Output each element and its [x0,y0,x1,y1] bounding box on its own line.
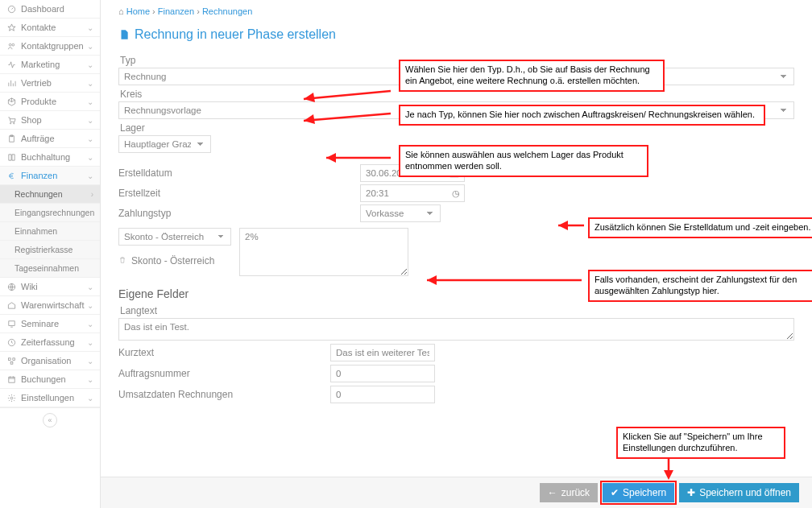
sidebar-label: Marketing [21,60,60,69]
kreis-label: Kreis [118,89,196,100]
trash-icon[interactable] [118,255,126,266]
cart-icon [6,115,16,125]
org-icon [6,356,16,366]
globe-icon [6,282,16,291]
sidebar-sub-rechnungen[interactable]: Rechnungen› [0,185,100,204]
svg-marker-20 [326,153,336,163]
annotation-zahlungstext: Falls vorhanden, erscheint der Zahlungst… [588,270,812,302]
sidebar-item-marketing[interactable]: Marketing⌄ [0,56,100,74]
sidebar-label: Registrierkasse [14,245,72,254]
chevron-down-icon: ⌄ [87,60,93,69]
dashboard-icon [6,4,16,14]
sidebar-label: Organisation [21,356,71,366]
sidebar-label: Kontakte [21,23,56,32]
annotation-zeit: Zusätzlich können Sie Erstelldatum und -… [588,217,812,238]
sidebar-item-warenwirtschaft[interactable]: Warenwirtschaft⌄ [0,296,100,315]
kurztext-label: Kurztext [118,347,324,358]
svg-point-14 [10,397,13,399]
sidebar-item-kontaktgruppen[interactable]: Kontaktgruppen⌄ [0,37,100,56]
sidebar-item-seminare[interactable]: Seminare⌄ [0,315,100,333]
zahlungstyp-select[interactable]: Vorkasse [360,204,441,222]
chevron-down-icon: ⌄ [87,338,93,347]
save-open-button[interactable]: ✚Speichern und öffnen [679,483,799,502]
sidebar-item-kontakte[interactable]: Kontakte⌄ [0,19,100,37]
breadcrumb-home[interactable]: Home [126,6,150,16]
chevron-down-icon: ⌄ [87,283,93,291]
sidebar-sub-einnahmen[interactable]: Einnahmen [0,222,100,241]
svg-rect-11 [12,357,14,360]
chevron-down-icon: ⌄ [87,153,93,162]
skonto-select[interactable]: Skonto - Österreich [118,228,231,246]
chevron-down-icon: ⌄ [87,171,93,180]
svg-rect-13 [8,377,14,382]
clock-icon: ◷ [452,188,460,198]
sidebar-item-buchungen[interactable]: Buchungen⌄ [0,370,100,389]
chevron-down-icon: ⌄ [87,79,93,88]
langtext-input[interactable]: Das ist ein Test. [118,318,794,341]
chevron-down-icon: ⌄ [87,320,93,328]
sidebar-label: Aufträge [21,134,55,143]
sidebar-item-finanzen[interactable]: Finanzen⌄ [0,167,100,185]
check-icon: ✔ [611,487,619,498]
chevron-down-icon: ⌄ [87,42,93,51]
sidebar-label: Tageseinnahmen [14,263,79,273]
svg-point-1 [9,43,11,46]
calendar-icon [6,374,16,384]
gear-icon [6,393,16,403]
sidebar-label: Seminare [21,319,59,328]
svg-point-4 [13,122,14,123]
sidebar-item-vertrieb[interactable]: Vertrieb⌄ [0,74,100,93]
sidebar-label: Warenwirtschaft [21,300,84,310]
typ-label: Typ [118,55,196,66]
umsatzdaten-input[interactable] [330,386,435,403]
chevron-down-icon: ⌄ [87,97,93,106]
file-icon [118,29,130,40]
breadcrumb-rechnungen[interactable]: Rechnungen [202,6,252,16]
warehouse-icon [6,300,16,310]
sidebar-label: Produkte [21,97,56,106]
save-button[interactable]: ✔Speichern [603,483,674,502]
chevron-down-icon: ⌄ [87,301,93,310]
chart-icon [6,78,16,88]
sidebar-item-dashboard[interactable]: Dashboard [0,0,100,19]
svg-point-2 [11,43,14,46]
sidebar-label: Dashboard [21,4,64,14]
sidebar-item-auftraege[interactable]: Aufträge⌄ [0,130,100,148]
sidebar-sub-eingangsrechnungen[interactable]: Eingangsrechnungen [0,204,100,222]
main-content: ⌂ Home › Finanzen › Rechnungen Rechnung … [101,0,812,508]
annotation-typ: Wählen Sie hier den Typ. D.h., ob Sie au… [399,60,665,92]
sidebar-item-organisation[interactable]: Organisation⌄ [0,352,100,370]
lager-select[interactable]: Hauptlager Graz [118,135,211,153]
lager-label: Lager [118,122,196,134]
chevron-down-icon: ⌄ [87,134,93,143]
erstelldatum-label: Erstelldatum [118,163,231,183]
skonto-textarea[interactable]: 2% [239,228,408,276]
sidebar-label: Eingangsrechnungen [14,208,94,217]
sidebar-item-produkte[interactable]: Produkte⌄ [0,93,100,111]
chevron-down-icon: ⌄ [87,23,93,32]
footer-actions: ←zurück ✔Speichern ✚Speichern und öffnen [101,477,812,508]
auftragsnummer-input[interactable] [330,365,435,382]
sidebar-collapse-button[interactable]: « [0,407,100,432]
sidebar-item-buchhaltung[interactable]: Buchhaltung⌄ [0,148,100,167]
svg-rect-10 [8,357,10,360]
sidebar-item-einstellungen[interactable]: Einstellungen⌄ [0,389,100,407]
kurztext-input[interactable] [330,344,435,361]
sidebar-label: Finanzen [21,171,57,180]
sidebar-label: Buchhaltung [21,152,70,162]
sidebar-item-wiki[interactable]: Wiki⌄ [0,278,100,296]
page-title: Rechnung in neuer Phase erstellen [118,27,794,42]
sidebar-item-zeiterfassung[interactable]: Zeiterfassung⌄ [0,333,100,352]
sidebar-item-shop[interactable]: Shop⌄ [0,111,100,130]
auftragsnummer-label: Auftragsnummer [118,368,324,379]
arrow-left-icon: ← [548,487,557,498]
sidebar-sub-tageseinnahmen[interactable]: Tageseinnahmen [0,259,100,278]
breadcrumb-finanzen[interactable]: Finanzen [158,6,194,16]
back-button[interactable]: ←zurück [540,483,598,502]
sidebar-sub-registrierkasse[interactable]: Registrierkasse [0,241,100,259]
annotation-speichern: Klicken Sie auf "Speichern" um Ihre Eins… [616,427,785,459]
group-icon [6,41,16,51]
sidebar-label: Wiki [21,282,38,291]
breadcrumb: ⌂ Home › Finanzen › Rechnungen [118,6,794,16]
erstellzeit-input[interactable] [360,184,465,202]
